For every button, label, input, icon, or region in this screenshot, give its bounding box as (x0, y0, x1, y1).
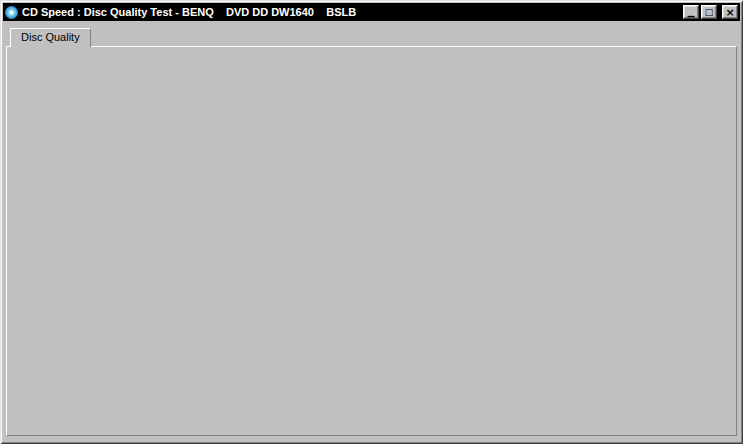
minimize-button[interactable]: ▁ (683, 5, 699, 19)
tab-label: Disc Quality (21, 31, 80, 43)
close-button[interactable]: × (722, 5, 738, 19)
window-title: CD Speed : Disc Quality Test - BENQ DVD … (22, 6, 681, 18)
tab-disc-quality[interactable]: Disc Quality (10, 28, 91, 47)
app-icon[interactable] (5, 6, 18, 19)
tab-pane (6, 46, 737, 436)
app-window: CD Speed : Disc Quality Test - BENQ DVD … (0, 0, 743, 444)
title-bar[interactable]: CD Speed : Disc Quality Test - BENQ DVD … (3, 3, 740, 21)
maximize-button[interactable]: □ (701, 5, 717, 19)
